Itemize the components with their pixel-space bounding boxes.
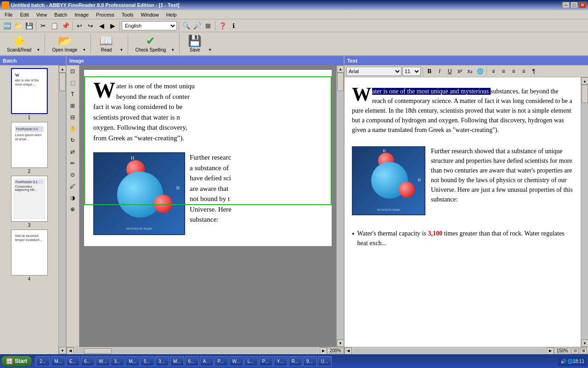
menu-help[interactable]: Help <box>163 10 181 19</box>
menu-tools[interactable]: Tools <box>118 10 137 19</box>
menu-batch[interactable]: Batch <box>51 10 71 19</box>
text-scroll-thumb[interactable] <box>582 85 588 103</box>
batch-scroll-up[interactable]: ▲ <box>59 65 66 73</box>
rotate-tool[interactable]: ↻ <box>68 135 78 145</box>
copy-region-tool[interactable]: ⊕ <box>68 204 78 214</box>
taskbar-item-p1[interactable]: P... <box>215 356 228 366</box>
taskbar-item-a[interactable]: A... <box>200 356 214 366</box>
paragraph-button[interactable]: ¶ <box>529 67 538 76</box>
batch-scroll-down[interactable]: ▼ <box>59 347 66 354</box>
help-small-button[interactable]: ❓ <box>217 21 227 31</box>
image-scroll-area[interactable]: Water is one of the most uniqu beyond th… <box>79 65 336 347</box>
taskbar-item-3b[interactable]: 3... <box>155 356 169 366</box>
language-select[interactable]: English French German <box>122 21 177 30</box>
open-image-arrow[interactable]: ▼ <box>82 34 87 54</box>
back-button[interactable]: ◀ <box>96 21 107 31</box>
close-button[interactable]: ✕ <box>579 2 586 8</box>
font-size-select[interactable]: 11 12 14 <box>402 67 421 76</box>
taskbar-item-6[interactable]: 6... <box>81 356 95 366</box>
save-arrow[interactable]: ▼ <box>208 34 213 54</box>
save-small-button[interactable]: 💾 <box>24 21 34 31</box>
text-scroll-up[interactable]: ▲ <box>581 77 588 85</box>
text-tool[interactable]: T <box>68 89 78 99</box>
text-view-btn-1[interactable]: ⊡ <box>571 348 579 354</box>
menu-view[interactable]: View <box>33 10 51 19</box>
check-spelling-arrow[interactable]: ▼ <box>171 34 175 54</box>
menu-edit[interactable]: Edit <box>17 10 33 19</box>
align-center-button[interactable]: ≡ <box>499 67 508 76</box>
taskbar-item-m3[interactable]: M... <box>170 356 184 366</box>
open-image-button[interactable]: 📂 Open Image <box>49 34 80 54</box>
scan-read-button[interactable]: ⭐ Scan&Read <box>4 34 34 54</box>
read-arrow[interactable]: ▼ <box>119 34 124 54</box>
menu-image[interactable]: Image <box>71 10 93 19</box>
batch-scroll[interactable]: W ater is one of the most unique... 1 Fi… <box>0 65 58 354</box>
text-scroll-down[interactable]: ▼ <box>581 339 588 347</box>
batch-scroll-thumb[interactable] <box>59 73 66 91</box>
pencil-tool[interactable]: 🖊 <box>68 181 78 191</box>
taskbar-item-m2[interactable]: M... <box>125 356 140 366</box>
taskbar-item-e[interactable]: E... <box>66 356 80 366</box>
text-view-btn-2[interactable]: ⊞ <box>580 348 587 354</box>
lasso-tool[interactable]: ⊙ <box>68 170 78 180</box>
taskbar-item-9[interactable]: 9... <box>303 356 317 366</box>
text-content[interactable]: Water is one of the most unique and myst… <box>345 77 581 347</box>
minimize-button[interactable]: ─ <box>562 2 570 8</box>
align-right-button[interactable]: ≡ <box>509 67 518 76</box>
redo-button[interactable]: ↪ <box>85 21 96 31</box>
image-scroll-down[interactable]: ▼ <box>337 339 344 347</box>
text-hscroll-right[interactable]: ▶ <box>547 347 554 355</box>
menu-window[interactable]: Window <box>137 10 163 19</box>
italic-button[interactable]: I <box>435 67 444 76</box>
taskbar-item-p2[interactable]: P... <box>259 356 273 366</box>
start-button[interactable]: 🪟 Start <box>1 356 32 367</box>
image-region-tool[interactable]: ⊞ <box>68 101 78 111</box>
batch-page-4[interactable]: Sed do eiusmod tempor incididunt... 4 <box>2 229 57 282</box>
zoom-in-button[interactable]: 🔍 <box>181 21 191 31</box>
save-button[interactable]: 💾 Save <box>183 34 206 54</box>
superscript-button[interactable]: x² <box>455 67 464 76</box>
erase-tool[interactable]: ✏ <box>68 158 78 168</box>
text-hscroll-left[interactable]: ◀ <box>345 347 352 355</box>
image-hscroll-thumb[interactable] <box>84 348 112 354</box>
taskbar-item-m1[interactable]: M... <box>51 356 65 366</box>
taskbar-item-w[interactable]: W... <box>96 356 110 366</box>
fwd-button[interactable]: ▶ <box>107 21 118 31</box>
read-button[interactable]: 📖 Read <box>95 34 118 54</box>
zoom-tool[interactable]: ⬚ <box>68 78 78 88</box>
new-button[interactable]: 🆕 <box>2 21 12 31</box>
mirror-tool[interactable]: ⇄ <box>68 147 78 157</box>
paste-button[interactable]: 📌 <box>60 21 70 31</box>
taskbar-item-3[interactable]: 3... <box>111 356 124 366</box>
taskbar-item-y[interactable]: Y... <box>274 356 288 366</box>
cut-button[interactable]: ✂ <box>38 21 48 31</box>
taskbar-item-2[interactable]: 2... <box>36 356 50 366</box>
underline-button[interactable]: U <box>445 67 454 76</box>
zoom-out-button[interactable]: 🔎 <box>192 21 202 31</box>
taskbar-item-5[interactable]: 5... <box>141 356 154 366</box>
taskbar-item-u[interactable]: U... <box>318 356 332 366</box>
language-format-button[interactable]: 🌐 <box>475 67 485 76</box>
zoom-fit-button[interactable]: ⊞ <box>203 21 213 31</box>
align-justify-button[interactable]: ≡ <box>519 67 528 76</box>
check-spelling-button[interactable]: ✔ Check Spelling <box>132 34 169 54</box>
open-button[interactable]: 📁 <box>13 21 23 31</box>
image-hscroll-right[interactable]: ▶ <box>320 347 327 355</box>
taskbar-item-r[interactable]: R... <box>288 356 302 366</box>
batch-page-1[interactable]: W ater is one of the most unique... 1 <box>2 67 57 121</box>
image-hscroll-left[interactable]: ◀ <box>67 347 74 355</box>
align-left-button[interactable]: ≡ <box>489 67 498 76</box>
taskbar-item-l[interactable]: L... <box>244 356 258 366</box>
font-select[interactable]: Arial Times New Roman <box>346 67 401 76</box>
invert-tool[interactable]: ◑ <box>68 193 78 203</box>
batch-page-3[interactable]: FineReader 8.1 Consectetur adipiscing el… <box>2 175 57 229</box>
maximize-button[interactable]: □ <box>571 2 578 8</box>
select-tool[interactable]: ⊡ <box>68 66 78 76</box>
image-scroll-up[interactable]: ▲ <box>337 65 344 73</box>
taskbar-item-6b[interactable]: 6... <box>185 356 199 366</box>
copy-button[interactable]: 📋 <box>49 21 59 31</box>
table-tool[interactable]: ⊟ <box>68 112 78 122</box>
bold-button[interactable]: B <box>425 67 434 76</box>
hand-tool[interactable]: ✋ <box>68 124 78 134</box>
menu-process[interactable]: Process <box>92 10 118 19</box>
